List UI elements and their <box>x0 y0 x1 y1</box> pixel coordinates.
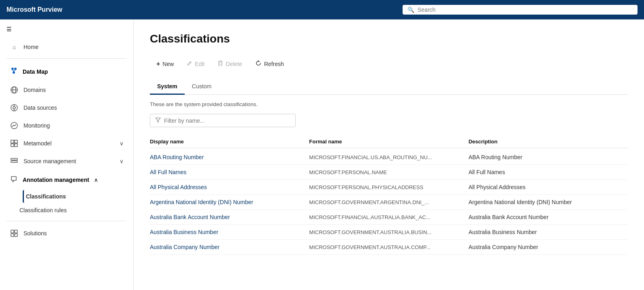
svg-line-4 <box>14 70 15 71</box>
table-row: ABA Routing Number MICROSOFT.FINANCIAL.U… <box>150 150 628 165</box>
svg-rect-21 <box>11 230 14 233</box>
table-cell-description: All Physical Addresses <box>469 184 628 190</box>
page-title: Classifications <box>150 32 628 45</box>
sidebar-item-classification-rules[interactable]: Classification rules <box>19 204 130 217</box>
sidebar-sub-classifications: Classifications Classification rules <box>0 189 133 218</box>
svg-rect-18 <box>11 161 17 162</box>
filter-box[interactable] <box>150 114 296 127</box>
svg-rect-24 <box>15 234 17 237</box>
sidebar-data-map-label: Data Map <box>23 68 48 75</box>
col-header-formal: Formal name <box>309 139 468 145</box>
sidebar-item-data-map[interactable]: Data Map <box>3 63 130 80</box>
refresh-icon <box>255 60 262 68</box>
svg-rect-26 <box>219 62 222 66</box>
table-cell-formal: MICROSOFT.FINANCIAL.AUSTRALIA.BANK_AC... <box>309 214 468 220</box>
topbar: Microsoft Purview 🔍 <box>0 0 644 19</box>
table-cell-formal: MICROSOFT.FINANCIAL.US.ABA_ROUTING_NU... <box>309 154 468 160</box>
table-row: Australia Company Number MICROSOFT.GOVER… <box>150 240 628 255</box>
table-cell-description: Australia Company Number <box>469 244 628 250</box>
sidebar-item-source-management[interactable]: Source management ∨ <box>3 153 130 169</box>
metamodel-chevron-icon: ∨ <box>119 140 124 147</box>
table-cell-display[interactable]: All Physical Addresses <box>150 184 309 190</box>
search-input[interactable] <box>418 6 633 13</box>
sidebar-item-data-sources[interactable]: Data sources <box>3 100 130 116</box>
table-row: Australia Business Number MICROSOFT.GOVE… <box>150 225 628 240</box>
sidebar-item-annotation-management[interactable]: Annotation management ∧ <box>3 171 130 188</box>
svg-rect-16 <box>15 144 17 147</box>
table-cell-formal: MICROSOFT.GOVERNMENT.AUSTRALIA.COMP... <box>309 244 468 250</box>
metamodel-icon <box>10 139 19 147</box>
svg-rect-22 <box>15 230 17 233</box>
topbar-title: Microsoft Purview <box>6 6 62 13</box>
table-cell-display[interactable]: Australia Business Number <box>150 229 309 235</box>
sidebar-item-metamodel[interactable]: Metamodel ∨ <box>3 135 130 151</box>
table-header: Display name Formal name Description <box>150 135 628 148</box>
sidebar-item-home[interactable]: ⌂ Home <box>3 40 130 54</box>
sidebar-item-home-label: Home <box>23 44 38 50</box>
tab-system[interactable]: System <box>150 79 185 95</box>
filter-icon <box>155 117 161 124</box>
tabs: System Custom <box>150 79 628 95</box>
toolbar: + New Edit Delete Refresh <box>150 57 628 71</box>
delete-icon <box>218 60 223 67</box>
svg-rect-15 <box>11 144 14 147</box>
svg-point-0 <box>11 68 14 70</box>
sidebar-item-domains-label: Domains <box>23 87 46 93</box>
sidebar-item-data-sources-label: Data sources <box>23 104 57 111</box>
new-button[interactable]: + New <box>150 57 180 71</box>
main-content: Classifications + New Edit Delete <box>134 19 644 290</box>
refresh-button[interactable]: Refresh <box>249 57 290 71</box>
home-icon: ⌂ <box>10 44 19 50</box>
table-cell-description: Australia Bank Account Number <box>469 214 628 220</box>
sidebar-classifications-label: Classifications <box>26 193 66 200</box>
source-management-chevron-icon: ∨ <box>119 158 124 164</box>
svg-rect-13 <box>11 140 14 143</box>
delete-button[interactable]: Delete <box>211 57 248 70</box>
description-text: These are the system provided classifica… <box>150 101 628 107</box>
sidebar-item-monitoring-label: Monitoring <box>23 122 50 129</box>
source-management-icon <box>10 157 19 165</box>
data-sources-icon <box>10 104 19 112</box>
sidebar-item-solutions[interactable]: Solutions <box>3 225 130 241</box>
filter-input[interactable] <box>164 117 290 124</box>
table-cell-description: All Full Names <box>469 169 628 175</box>
search-icon: 🔍 <box>407 6 414 13</box>
table-cell-display[interactable]: ABA Routing Number <box>150 154 309 160</box>
tab-custom[interactable]: Custom <box>185 79 219 95</box>
sidebar-item-domains[interactable]: Domains <box>3 82 130 98</box>
annotation-chevron-icon: ∧ <box>94 177 98 183</box>
sidebar-item-classifications[interactable]: Classifications <box>23 190 130 203</box>
sidebar-item-solutions-label: Solutions <box>23 230 47 237</box>
table-row: All Full Names MICROSOFT.PERSONAL.NAME A… <box>150 165 628 180</box>
table-cell-display[interactable]: Australia Bank Account Number <box>150 214 309 220</box>
annotation-icon <box>10 175 18 184</box>
edit-icon <box>187 60 192 67</box>
svg-marker-31 <box>156 118 160 122</box>
table-cell-formal: MICROSOFT.GOVERNMENT.AUSTRALIA.BUSIN... <box>309 229 468 235</box>
table-cell-formal: MICROSOFT.GOVERNMENT.ARGENTINA.DNI_... <box>309 199 468 205</box>
table-cell-display[interactable]: Australia Company Number <box>150 244 309 250</box>
table-cell-formal: MICROSOFT.PERSONAL.PHYSICALADDRESS <box>309 184 468 190</box>
table-cell-display[interactable]: Argentina National Identity (DNI) Number <box>150 199 309 205</box>
col-header-description: Description <box>469 139 628 145</box>
svg-rect-17 <box>11 158 17 160</box>
svg-rect-14 <box>15 140 17 143</box>
sidebar-item-monitoring[interactable]: Monitoring <box>3 117 130 134</box>
table-row: All Physical Addresses MICROSOFT.PERSONA… <box>150 180 628 195</box>
svg-point-9 <box>13 107 15 109</box>
table-cell-display[interactable]: All Full Names <box>150 169 309 175</box>
search-bar[interactable]: 🔍 <box>403 5 638 15</box>
sidebar-item-source-management-label: Source management <box>23 158 76 164</box>
solutions-icon <box>10 229 19 237</box>
table-cell-description: Argentina National Identity (DNI) Number <box>469 199 628 205</box>
sidebar-divider-2 <box>6 221 127 221</box>
sidebar-item-metamodel-label: Metamodel <box>23 140 51 147</box>
table-body: ABA Routing Number MICROSOFT.FINANCIAL.U… <box>150 150 628 255</box>
edit-button[interactable]: Edit <box>180 57 211 70</box>
app-body: ☰ ⌂ Home Data Map <box>0 19 644 290</box>
hamburger-icon: ☰ <box>6 26 12 32</box>
svg-point-1 <box>14 68 17 70</box>
hamburger-menu[interactable]: ☰ <box>0 19 133 39</box>
svg-line-3 <box>13 70 14 71</box>
domains-icon <box>10 86 19 94</box>
